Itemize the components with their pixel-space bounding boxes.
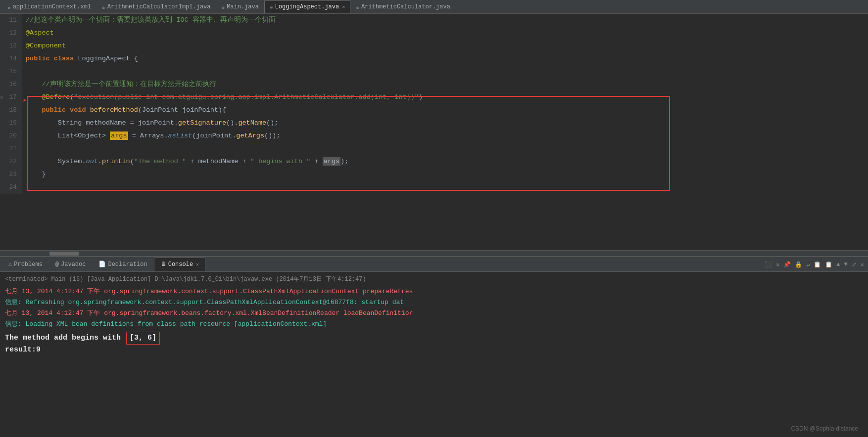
code-line-16: 16 //声明该方法是一个前置通知：在目标方法开始之前执行	[0, 78, 868, 91]
tab-javadoc[interactable]: @ Javadoc	[49, 258, 93, 271]
code-line-24: 24	[0, 181, 868, 194]
code-editor: ➤ 11 //把这个类声明为一个切面：需要把该类放入到 IOC 容器中、再声明为…	[0, 14, 868, 256]
close-console-icon[interactable]: ✕	[196, 262, 199, 267]
console-output: <terminated> Main (16) [Java Application…	[0, 272, 868, 437]
console-line-1: 七月 13, 2014 4:12:47 下午 org.springframewo…	[5, 286, 863, 297]
copy-icon[interactable]: 📋	[812, 260, 822, 269]
paste-icon[interactable]: 📋	[823, 260, 834, 269]
tab-applicationContext[interactable]: ☕ applicationContext.xml	[2, 0, 96, 13]
panel-tab-bar: ⚠ Problems @ Javadoc 📄 Declaration 🖥 Con…	[0, 257, 868, 272]
tab-declaration[interactable]: 📄 Declaration	[92, 258, 153, 271]
console-line-result2: result:9	[5, 345, 863, 355]
java-file-icon2: ☕	[102, 4, 105, 10]
tab-console[interactable]: 🖥 Console ✕	[154, 258, 205, 271]
console-line-4: 信息: Loading XML bean definitions from cl…	[5, 319, 863, 330]
console-line-result: The method add begins with [3, 6]	[5, 332, 863, 345]
bottom-panel: ⚠ Problems @ Javadoc 📄 Declaration 🖥 Con…	[0, 256, 868, 437]
problems-icon: ⚠	[8, 261, 12, 268]
scroll-up-icon[interactable]: ▲	[835, 260, 841, 269]
console-terminated-label: <terminated> Main (16) [Java Application…	[5, 275, 863, 283]
code-line-11: 11 //把这个类声明为一个切面：需要把该类放入到 IOC 容器中、再声明为一个…	[0, 14, 868, 27]
close-tab-icon[interactable]: ✕	[342, 4, 345, 10]
code-line-18: 18 public void beforeMethod(JoinPoint jo…	[0, 104, 868, 117]
declaration-icon: 📄	[98, 261, 106, 268]
stop-icon[interactable]: ⬛	[763, 260, 773, 269]
tab-main[interactable]: ☕ Main.java	[216, 0, 264, 13]
scroll-lock-icon[interactable]: 🔒	[793, 260, 804, 269]
panel-toolbar: ⬛ ✕ 📌 🔒 ↵ 📋 📋 ▲ ▼ ⤢ ✕	[763, 257, 868, 272]
code-line-21: 21	[0, 142, 868, 155]
java-file-icon5: ☕	[356, 4, 359, 10]
hscrollbar[interactable]	[0, 250, 868, 256]
tab-bar: ☕ applicationContext.xml ☕ ArithmeticCal…	[0, 0, 868, 14]
javadoc-icon: @	[55, 261, 59, 268]
tab-problems[interactable]: ⚠ Problems	[2, 258, 49, 271]
code-line-22: 22 System.out.println("The method " + me…	[0, 155, 868, 168]
word-wrap-icon[interactable]: ↵	[805, 260, 811, 269]
console-line-2: 信息: Refreshing org.springframework.conte…	[5, 297, 863, 308]
tab-arithmeticCalculator[interactable]: ☕ ArithmeticCalculator.java	[350, 0, 456, 13]
code-line-19: 19 String methodName = joinPoint.getSign…	[0, 117, 868, 130]
watermark: CSDN @Sophia-distance	[791, 425, 858, 432]
console-line-3: 七月 13, 2014 4:12:47 下午 org.springframewo…	[5, 308, 863, 319]
code-line-12: 12 @Aspect	[0, 27, 868, 40]
clear-icon[interactable]: ✕	[774, 260, 781, 269]
java-file-icon3: ☕	[222, 4, 225, 10]
arrow-indicator: ➤	[23, 96, 27, 105]
code-line-17: 17⊖ @Before("execution(public int com.at…	[0, 91, 868, 104]
result-highlight: [3, 6]	[126, 332, 160, 345]
java-file-icon: ☕	[7, 4, 11, 10]
code-line-15: 15	[0, 65, 868, 78]
pin-icon[interactable]: 📌	[782, 260, 792, 269]
code-line-23: 23 }	[0, 168, 868, 181]
scroll-down-icon[interactable]: ▼	[843, 260, 849, 269]
console-icon: 🖥	[160, 261, 166, 268]
close-panel-icon[interactable]: ✕	[859, 260, 866, 269]
code-line-13: 13 @Component	[0, 40, 868, 52]
code-line-14: 14 public class LoggingAspect {	[0, 52, 868, 65]
expand-icon[interactable]: ⤢	[850, 260, 858, 269]
tab-loggingAspect[interactable]: ☕ LoggingAspect.java ✕	[264, 0, 350, 13]
code-content: 11 //把这个类声明为一个切面：需要把该类放入到 IOC 容器中、再声明为一个…	[0, 14, 868, 194]
java-file-icon4: ☕	[270, 3, 273, 10]
tab-arithmeticCalculatorImpl[interactable]: ☕ ArithmeticCalculatorImpl.java	[96, 0, 216, 13]
code-line-20: 20 List<Object> args = Arrays.asList(joi…	[0, 130, 868, 142]
